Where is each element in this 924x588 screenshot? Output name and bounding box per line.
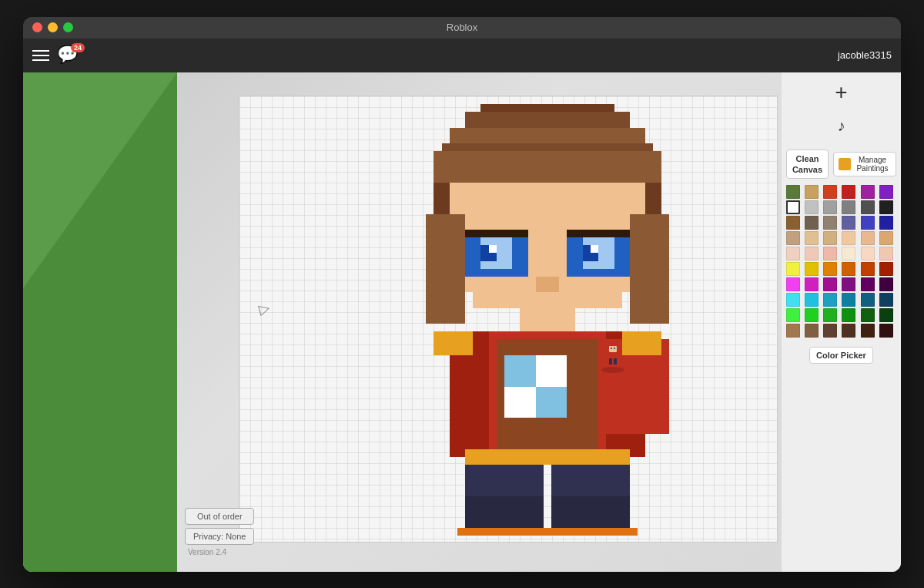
color-cell[interactable]	[786, 247, 800, 260]
color-cell[interactable]	[842, 277, 855, 291]
color-cell[interactable]	[786, 262, 800, 276]
close-button[interactable]	[32, 22, 42, 32]
color-cell[interactable]	[805, 277, 819, 291]
svg-rect-19	[567, 229, 629, 237]
color-cell[interactable]	[805, 231, 819, 245]
svg-rect-18	[465, 229, 527, 237]
color-cell[interactable]	[786, 308, 800, 322]
menu-button[interactable]	[32, 50, 49, 61]
color-cell[interactable]	[786, 200, 800, 214]
manage-paintings-button[interactable]: Manage Paintings	[833, 152, 896, 176]
color-cell[interactable]	[786, 231, 800, 245]
color-cell[interactable]	[879, 231, 893, 245]
svg-rect-4	[434, 151, 661, 183]
color-cell[interactable]	[805, 216, 819, 230]
music-button[interactable]: ♪	[828, 113, 855, 140]
plus-icon: +	[835, 80, 847, 105]
color-cell[interactable]	[823, 308, 837, 322]
color-cell[interactable]	[805, 262, 819, 276]
svg-rect-22	[473, 292, 621, 307]
window-controls	[32, 22, 73, 32]
color-cell[interactable]	[879, 308, 893, 322]
color-cell[interactable]	[861, 231, 875, 245]
color-cell[interactable]	[842, 200, 855, 214]
color-cell[interactable]	[879, 293, 893, 307]
color-cell[interactable]	[786, 216, 800, 230]
color-cell[interactable]	[842, 216, 855, 230]
color-cell[interactable]	[842, 293, 855, 307]
svg-rect-41	[551, 496, 630, 528]
ui-panel: + ♪ Clean Canvas Manage Paintings	[782, 72, 901, 572]
color-cell[interactable]	[823, 293, 837, 307]
color-cell[interactable]	[786, 324, 800, 338]
svg-rect-17	[591, 245, 598, 253]
color-cell[interactable]	[823, 262, 837, 276]
color-cell[interactable]	[879, 216, 893, 230]
color-cell[interactable]	[861, 247, 875, 260]
svg-rect-54	[614, 348, 615, 349]
svg-rect-44	[434, 331, 473, 355]
green-wall	[23, 72, 177, 572]
svg-rect-49	[606, 349, 609, 355]
color-cell[interactable]	[823, 185, 837, 199]
color-cell[interactable]	[879, 324, 893, 338]
color-cell[interactable]	[805, 247, 819, 260]
out-of-order-button[interactable]: Out of order	[185, 508, 254, 525]
color-cell[interactable]	[805, 185, 819, 199]
color-cell[interactable]	[823, 200, 837, 214]
pixel-canvas	[239, 96, 778, 543]
color-cell[interactable]	[842, 185, 855, 199]
color-cell[interactable]	[879, 277, 893, 291]
pixel-art	[332, 104, 763, 536]
window-title: Roblox	[447, 22, 477, 33]
color-cell[interactable]	[786, 293, 800, 307]
clean-canvas-button[interactable]: Clean Canvas	[786, 150, 829, 180]
svg-rect-33	[504, 354, 536, 386]
game-area: 💬 24 jacoble3315	[23, 39, 901, 572]
color-cell[interactable]	[842, 308, 855, 322]
color-cell[interactable]	[879, 185, 893, 199]
manage-paintings-icon	[839, 158, 851, 170]
color-cell[interactable]	[823, 247, 837, 260]
color-cell[interactable]	[861, 324, 875, 338]
color-cell[interactable]	[805, 200, 819, 214]
chat-button[interactable]: 💬 24	[57, 45, 82, 66]
color-cell[interactable]	[861, 216, 875, 230]
color-cell[interactable]	[879, 200, 893, 214]
color-cell[interactable]	[823, 324, 837, 338]
color-cell[interactable]	[786, 185, 800, 199]
color-cell[interactable]	[879, 247, 893, 260]
color-cell[interactable]	[842, 247, 855, 260]
privacy-button[interactable]: Privacy: None	[185, 528, 254, 545]
color-cell[interactable]	[861, 200, 875, 214]
color-cell[interactable]	[805, 308, 819, 322]
svg-rect-50	[617, 349, 620, 355]
version-label: Version 2.4	[185, 548, 254, 556]
color-cell[interactable]	[823, 277, 837, 291]
color-cell[interactable]	[805, 293, 819, 307]
canvas-controls-row: Clean Canvas Manage Paintings	[782, 150, 901, 180]
color-cell[interactable]	[861, 308, 875, 322]
color-cell[interactable]	[842, 324, 855, 338]
svg-rect-27	[520, 307, 574, 331]
color-picker-button[interactable]: Color Picker	[809, 347, 873, 364]
color-cell[interactable]	[842, 262, 855, 276]
color-cell[interactable]	[805, 324, 819, 338]
color-cell[interactable]	[823, 216, 837, 230]
color-cell[interactable]	[861, 293, 875, 307]
minimize-button[interactable]	[48, 22, 58, 32]
username-display: jacoble3315	[838, 49, 892, 61]
color-cell[interactable]	[861, 277, 875, 291]
color-cell[interactable]	[823, 231, 837, 245]
add-button[interactable]: +	[828, 79, 855, 106]
maximize-button[interactable]	[63, 22, 73, 32]
game-viewport[interactable]: ▷ + ♪ Clean Canvas Manage Paintings	[23, 72, 901, 572]
color-cell[interactable]	[861, 185, 875, 199]
color-cell[interactable]	[879, 262, 893, 276]
color-cell[interactable]	[842, 231, 855, 245]
svg-rect-25	[426, 213, 465, 324]
color-cell[interactable]	[786, 277, 800, 291]
color-cell[interactable]	[861, 262, 875, 276]
green-wall-highlight	[23, 72, 177, 288]
mac-window: Roblox 💬 24 jacoble3315	[23, 17, 901, 572]
